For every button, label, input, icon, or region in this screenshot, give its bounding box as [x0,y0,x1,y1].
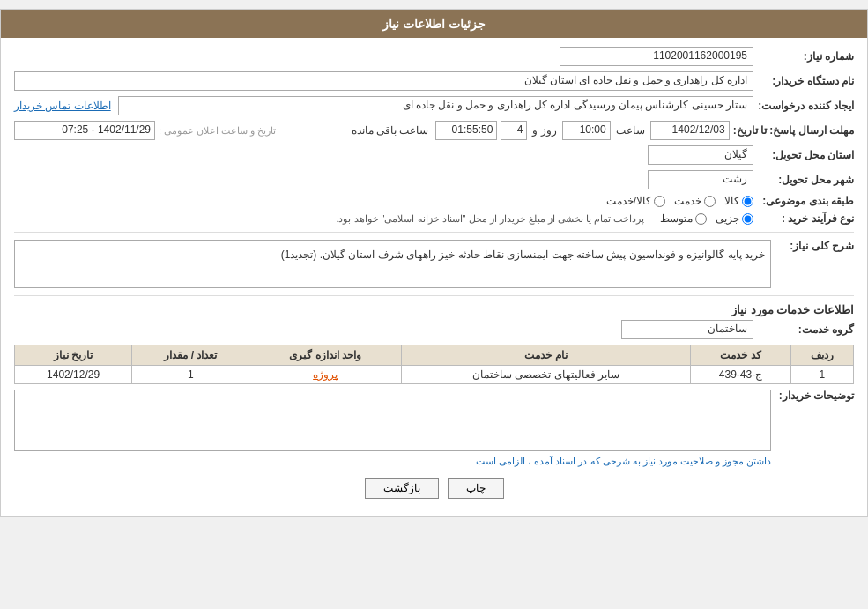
service-group-row: گروه خدمت: ساختمان [14,320,854,339]
category-radio-khedmat[interactable] [704,196,716,207]
deadline-suffix: ساعت باقی مانده [352,124,429,137]
need-desc-row: شرح کلی نیاز: خرید پایه گالوانیزه و فوند… [14,240,854,288]
city-row: شهر محل تحویل: رشت [14,170,854,189]
divider-1 [14,232,854,233]
cell-unit: پروژه [249,366,402,384]
category-option-kala[interactable]: کالا [724,195,753,207]
need-desc-value: خرید پایه گالوانیزه و فونداسیون پیش ساخت… [14,240,771,288]
purchase-type-jozyi[interactable]: جزیی [716,212,753,225]
service-group-value: ساختمان [621,320,753,339]
deadline-row: مهلت ارسال پاسخ: تا تاریخ: 1402/12/03 سا… [14,121,854,140]
services-section-title: اطلاعات خدمات مورد نیاز [14,303,854,316]
col-date: تاریخ نیاز [15,345,132,366]
buyer-org-row: نام دستگاه خریدار: اداره کل راهداری و حم… [14,71,854,91]
category-label-khedmat: خدمت [674,195,701,207]
cell-service-code: ج-43-439 [691,366,791,384]
content-area: شماره نیاز: 1102001162000195 نام دستگاه … [1,38,867,516]
category-radio-kala-khedmat[interactable] [654,196,665,207]
deadline-time: 10:00 [562,121,611,140]
purchase-type-label-jozyi: جزیی [716,212,739,225]
creator-row: ایجاد کننده درخواست: ستار حسینی کارشناس … [14,96,854,115]
purchase-type-label: نوع فرآیند خرید : [757,212,854,225]
purchase-type-radio-jozyi[interactable] [742,213,753,225]
service-group-label: گروه خدمت: [757,323,854,336]
page-title: جزئیات اطلاعات نیاز [382,17,486,31]
creator-label: ایجاد کننده درخواست: [757,100,854,112]
cell-service-name: سایر فعالیتهای تخصصی ساختمان [401,366,690,384]
col-row-num: ردیف [790,345,853,366]
category-radio-kala[interactable] [742,196,753,207]
purchase-type-motavasset[interactable]: متوسط [660,212,707,225]
deadline-remaining: 01:55:50 [435,121,497,140]
purchase-type-radio-motavasset[interactable] [695,213,707,225]
button-row: چاپ بازگشت [14,478,854,499]
page-header: جزئیات اطلاعات نیاز [1,10,867,38]
city-label: شهر محل تحویل: [757,174,854,186]
divider-2 [14,295,854,296]
services-table: ردیف کد خدمت نام خدمت واحد اندازه گیری ت… [14,345,854,384]
need-desc-label: شرح کلی نیاز: [775,240,854,252]
page-wrapper: جزئیات اطلاعات نیاز شماره نیاز: 11020011… [0,9,868,517]
deadline-time-label: ساعت [616,124,645,137]
buyer-org-value: اداره کل راهداری و حمل و نقل جاده ای است… [14,71,753,91]
buyer-desc-label: توضیحات خریدار: [775,390,854,402]
public-announce-value: 1402/11/29 - 07:25 [14,121,155,140]
cell-row-num: 1 [790,366,853,384]
buyer-desc-container: داشتن مجوز و صلاحیت مورد نیاز به شرحی که… [14,390,771,469]
col-count: تعداد / مقدار [132,345,249,366]
buyer-desc-hint: داشتن مجوز و صلاحیت مورد نیاز به شرحی که… [14,454,771,469]
services-table-body: 1 ج-43-439 سایر فعالیتهای تخصصی ساختمان … [15,366,854,384]
creator-value: ستار حسینی کارشناس پیمان ورسیدگی اداره ک… [118,96,753,115]
buyer-desc-row: توضیحات خریدار: داشتن مجوز و صلاحیت مورد… [14,390,854,469]
buyer-org-label: نام دستگاه خریدار: [757,75,854,87]
category-label-kala-khedmat: کالا/خدمت [606,195,651,207]
deadline-days-label: روز و [532,124,556,137]
deadline-days: 4 [501,121,527,140]
back-button[interactable]: بازگشت [365,478,439,499]
purchase-type-label-motavasset: متوسط [660,212,693,225]
category-option-khedmat[interactable]: خدمت [674,195,716,207]
category-option-kala-khedmat[interactable]: کالا/خدمت [606,195,665,207]
category-label: طبقه بندی موضوعی: [757,195,854,207]
need-number-value: 1102001162000195 [560,47,753,66]
buyer-desc-textarea[interactable] [14,390,771,451]
need-number-label: شماره نیاز: [757,50,854,63]
col-unit: واحد اندازه گیری [249,345,402,366]
services-table-header-row: ردیف کد خدمت نام خدمت واحد اندازه گیری ت… [15,345,854,366]
print-button[interactable]: چاپ [448,478,504,499]
province-row: استان محل تحویل: گیلان [14,145,854,165]
category-radio-group: کالا خدمت کالا/خدمت [14,195,753,207]
city-value: رشت [648,170,753,189]
col-service-code: کد خدمت [691,345,791,366]
cell-date: 1402/12/29 [15,366,132,384]
category-row: طبقه بندی موضوعی: کالا خدمت کالا/خدمت [14,195,854,207]
purchase-type-row: نوع فرآیند خرید : جزیی متوسط پرداخت تمام… [14,212,854,225]
purchase-type-radio-group: جزیی متوسط پرداخت تمام یا بخشی از مبلغ خ… [14,212,753,225]
col-service-name: نام خدمت [401,345,690,366]
cell-count: 1 [132,366,249,384]
deadline-label: مهلت ارسال پاسخ: تا تاریخ: [733,124,854,137]
creator-contact-link[interactable]: اطلاعات تماس خریدار [14,100,111,112]
table-row: 1 ج-43-439 سایر فعالیتهای تخصصی ساختمان … [15,366,854,384]
purchase-type-note: پرداخت تمام یا بخشی از مبلغ خریدار از مح… [336,213,644,225]
province-value: گیلان [648,145,753,165]
need-number-row: شماره نیاز: 1102001162000195 [14,47,854,66]
province-label: استان محل تحویل: [757,149,854,161]
services-table-header: ردیف کد خدمت نام خدمت واحد اندازه گیری ت… [15,345,854,366]
category-label-kala: کالا [724,195,739,207]
deadline-date: 1402/12/03 [650,121,730,140]
public-announce-label: تاریخ و ساعت اعلان عمومی : [159,125,276,137]
